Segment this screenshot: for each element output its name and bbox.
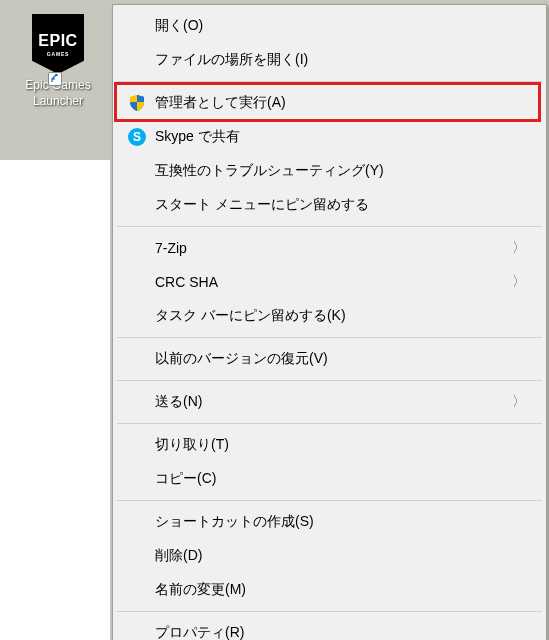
context-menu: 開く(O)ファイルの場所を開く(I)管理者として実行(A)SSkype で共有互… bbox=[112, 4, 547, 640]
menu-item-label: ファイルの場所を開く(I) bbox=[155, 51, 526, 69]
menu-item-label: プロパティ(R) bbox=[155, 624, 526, 640]
menu-item[interactable]: 7-Zip〉 bbox=[115, 231, 544, 265]
menu-item-label: 互換性のトラブルシューティング(Y) bbox=[155, 162, 526, 180]
menu-item-label: Skype で共有 bbox=[155, 128, 526, 146]
menu-item-label: 開く(O) bbox=[155, 17, 526, 35]
menu-item-label: 7-Zip bbox=[155, 240, 512, 256]
menu-separator bbox=[117, 423, 542, 424]
menu-item[interactable]: プロパティ(R) bbox=[115, 616, 544, 640]
background-panel bbox=[0, 160, 110, 640]
menu-item[interactable]: ショートカットの作成(S) bbox=[115, 505, 544, 539]
menu-item-label: 送る(N) bbox=[155, 393, 512, 411]
menu-item[interactable]: 削除(D) bbox=[115, 539, 544, 573]
shortcut-overlay-icon bbox=[48, 72, 62, 86]
menu-item-label: コピー(C) bbox=[155, 470, 526, 488]
menu-item-label: 以前のバージョンの復元(V) bbox=[155, 350, 526, 368]
menu-item[interactable]: 以前のバージョンの復元(V) bbox=[115, 342, 544, 376]
menu-item-label: 管理者として実行(A) bbox=[155, 94, 526, 112]
menu-item-label: スタート メニューにピン留めする bbox=[155, 196, 526, 214]
desktop-shortcut-epic-games[interactable]: EPIC GAMES Epic Games Launcher bbox=[18, 14, 98, 109]
menu-item[interactable]: CRC SHA〉 bbox=[115, 265, 544, 299]
menu-item-label: 削除(D) bbox=[155, 547, 526, 565]
menu-separator bbox=[117, 81, 542, 82]
menu-item[interactable]: 送る(N)〉 bbox=[115, 385, 544, 419]
menu-item-label: タスク バーにピン留めする(K) bbox=[155, 307, 526, 325]
menu-item[interactable]: 管理者として実行(A) bbox=[115, 86, 544, 120]
menu-item[interactable]: タスク バーにピン留めする(K) bbox=[115, 299, 544, 333]
skype-icon: S bbox=[119, 128, 155, 146]
epic-games-logo-icon: EPIC GAMES bbox=[32, 14, 84, 74]
logo-text-main: EPIC bbox=[38, 33, 77, 49]
submenu-arrow-icon: 〉 bbox=[512, 393, 526, 411]
submenu-arrow-icon: 〉 bbox=[512, 273, 526, 291]
menu-item-label: 切り取り(T) bbox=[155, 436, 526, 454]
menu-separator bbox=[117, 380, 542, 381]
menu-separator bbox=[117, 337, 542, 338]
menu-item[interactable]: 名前の変更(M) bbox=[115, 573, 544, 607]
menu-item[interactable]: SSkype で共有 bbox=[115, 120, 544, 154]
menu-separator bbox=[117, 226, 542, 227]
menu-item-label: ショートカットの作成(S) bbox=[155, 513, 526, 531]
menu-item[interactable]: コピー(C) bbox=[115, 462, 544, 496]
menu-separator bbox=[117, 611, 542, 612]
menu-separator bbox=[117, 500, 542, 501]
submenu-arrow-icon: 〉 bbox=[512, 239, 526, 257]
menu-item[interactable]: 切り取り(T) bbox=[115, 428, 544, 462]
menu-item[interactable]: 互換性のトラブルシューティング(Y) bbox=[115, 154, 544, 188]
menu-item-label: CRC SHA bbox=[155, 274, 512, 290]
menu-item[interactable]: 開く(O) bbox=[115, 9, 544, 43]
shield-icon bbox=[119, 94, 155, 112]
menu-item[interactable]: スタート メニューにピン留めする bbox=[115, 188, 544, 222]
logo-text-sub: GAMES bbox=[47, 51, 69, 57]
menu-item-label: 名前の変更(M) bbox=[155, 581, 526, 599]
menu-item[interactable]: ファイルの場所を開く(I) bbox=[115, 43, 544, 77]
